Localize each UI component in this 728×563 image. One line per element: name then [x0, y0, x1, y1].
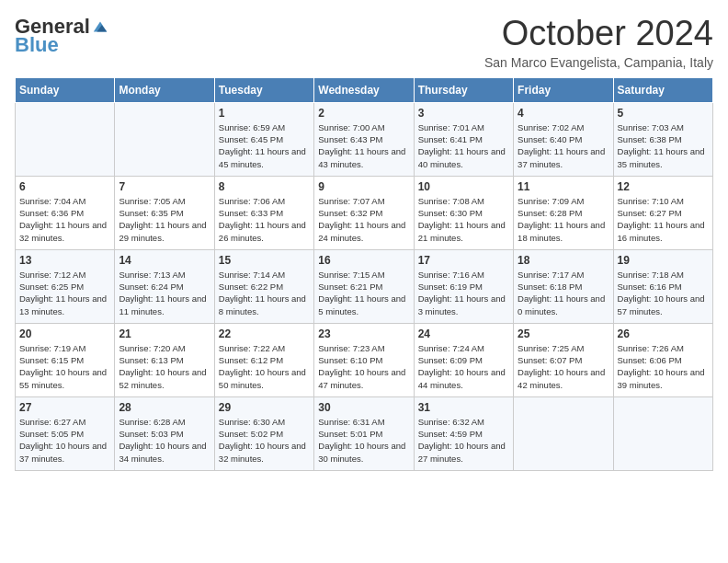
- calendar-cell: 13 Sunrise: 7:12 AMSunset: 6:25 PMDaylig…: [16, 249, 115, 323]
- logo-blue: Blue: [15, 33, 59, 57]
- day-number: 22: [219, 327, 310, 340]
- day-number: 18: [518, 254, 609, 267]
- day-number: 17: [418, 254, 509, 267]
- calendar-cell: 30 Sunrise: 6:31 AMSunset: 5:01 PMDaylig…: [314, 396, 414, 470]
- day-number: 3: [418, 107, 509, 120]
- day-number: 7: [119, 180, 210, 193]
- calendar-cell: 24 Sunrise: 7:24 AMSunset: 6:09 PMDaylig…: [414, 323, 513, 396]
- calendar-cell: 28 Sunrise: 6:28 AMSunset: 5:03 PMDaylig…: [115, 396, 214, 470]
- day-number: 15: [219, 254, 310, 267]
- day-number: 1: [219, 107, 310, 120]
- calendar-cell: 5 Sunrise: 7:03 AMSunset: 6:38 PMDayligh…: [613, 102, 712, 176]
- calendar-cell: 2 Sunrise: 7:00 AMSunset: 6:43 PMDayligh…: [314, 102, 414, 176]
- day-number: 5: [618, 107, 709, 120]
- calendar-cell: 7 Sunrise: 7:05 AMSunset: 6:35 PMDayligh…: [115, 176, 214, 249]
- calendar-cell: 10 Sunrise: 7:08 AMSunset: 6:30 PMDaylig…: [414, 176, 513, 249]
- calendar-cell: 9 Sunrise: 7:07 AMSunset: 6:32 PMDayligh…: [314, 176, 414, 249]
- calendar-cell: 20 Sunrise: 7:19 AMSunset: 6:15 PMDaylig…: [16, 323, 115, 396]
- day-number: 29: [219, 401, 310, 414]
- day-number: 26: [618, 327, 709, 340]
- day-number: 12: [618, 180, 709, 193]
- calendar-cell: 1 Sunrise: 6:59 AMSunset: 6:45 PMDayligh…: [214, 102, 313, 176]
- calendar-cell: [514, 396, 613, 470]
- day-number: 2: [318, 107, 409, 120]
- day-info: Sunrise: 7:12 AMSunset: 6:25 PMDaylight:…: [19, 269, 110, 317]
- day-number: 23: [318, 327, 409, 340]
- day-number: 16: [318, 254, 409, 267]
- calendar-header-row: SundayMondayTuesdayWednesdayThursdayFrid…: [16, 77, 713, 102]
- day-number: 20: [19, 327, 110, 340]
- calendar-table: SundayMondayTuesdayWednesdayThursdayFrid…: [15, 77, 713, 471]
- calendar-cell: 19 Sunrise: 7:18 AMSunset: 6:16 PMDaylig…: [613, 249, 712, 323]
- calendar-week-row: 20 Sunrise: 7:19 AMSunset: 6:15 PMDaylig…: [16, 323, 713, 396]
- logo-icon: [92, 18, 108, 35]
- logo: General Blue: [15, 15, 108, 57]
- day-info: Sunrise: 6:59 AMSunset: 6:45 PMDaylight:…: [219, 121, 310, 170]
- column-header-thursday: Thursday: [414, 77, 513, 102]
- day-info: Sunrise: 6:32 AMSunset: 4:59 PMDaylight:…: [418, 416, 509, 465]
- calendar-cell: 31 Sunrise: 6:32 AMSunset: 4:59 PMDaylig…: [414, 396, 513, 470]
- column-header-saturday: Saturday: [613, 77, 712, 102]
- day-info: Sunrise: 7:03 AMSunset: 6:38 PMDaylight:…: [618, 121, 709, 170]
- day-info: Sunrise: 7:04 AMSunset: 6:36 PMDaylight:…: [19, 195, 110, 244]
- day-info: Sunrise: 7:17 AMSunset: 6:18 PMDaylight:…: [518, 269, 609, 317]
- day-info: Sunrise: 7:15 AMSunset: 6:21 PMDaylight:…: [318, 269, 409, 317]
- day-number: 30: [318, 401, 409, 414]
- calendar-cell: 17 Sunrise: 7:16 AMSunset: 6:19 PMDaylig…: [414, 249, 513, 323]
- day-info: Sunrise: 7:20 AMSunset: 6:13 PMDaylight:…: [119, 342, 210, 391]
- day-info: Sunrise: 6:31 AMSunset: 5:01 PMDaylight:…: [318, 416, 409, 465]
- day-number: 14: [119, 254, 210, 267]
- column-header-tuesday: Tuesday: [214, 77, 313, 102]
- calendar-cell: 26 Sunrise: 7:26 AMSunset: 6:06 PMDaylig…: [613, 323, 712, 396]
- column-header-sunday: Sunday: [16, 77, 115, 102]
- calendar-cell: 29 Sunrise: 6:30 AMSunset: 5:02 PMDaylig…: [214, 396, 313, 470]
- day-info: Sunrise: 7:07 AMSunset: 6:32 PMDaylight:…: [318, 195, 409, 244]
- day-info: Sunrise: 6:27 AMSunset: 5:05 PMDaylight:…: [19, 416, 110, 465]
- day-info: Sunrise: 7:00 AMSunset: 6:43 PMDaylight:…: [318, 121, 409, 170]
- day-info: Sunrise: 7:25 AMSunset: 6:07 PMDaylight:…: [518, 342, 609, 391]
- calendar-cell: 21 Sunrise: 7:20 AMSunset: 6:13 PMDaylig…: [115, 323, 214, 396]
- calendar-cell: 6 Sunrise: 7:04 AMSunset: 6:36 PMDayligh…: [16, 176, 115, 249]
- calendar-cell: 4 Sunrise: 7:02 AMSunset: 6:40 PMDayligh…: [514, 102, 613, 176]
- calendar-cell: 14 Sunrise: 7:13 AMSunset: 6:24 PMDaylig…: [115, 249, 214, 323]
- day-info: Sunrise: 7:13 AMSunset: 6:24 PMDaylight:…: [119, 269, 210, 317]
- day-info: Sunrise: 7:16 AMSunset: 6:19 PMDaylight:…: [418, 269, 509, 317]
- day-info: Sunrise: 7:05 AMSunset: 6:35 PMDaylight:…: [119, 195, 210, 244]
- calendar-cell: [115, 102, 214, 176]
- day-info: Sunrise: 7:18 AMSunset: 6:16 PMDaylight:…: [618, 269, 709, 317]
- day-number: 8: [219, 180, 310, 193]
- calendar-week-row: 6 Sunrise: 7:04 AMSunset: 6:36 PMDayligh…: [16, 176, 713, 249]
- column-header-friday: Friday: [514, 77, 613, 102]
- day-info: Sunrise: 7:10 AMSunset: 6:27 PMDaylight:…: [618, 195, 709, 244]
- day-number: 21: [119, 327, 210, 340]
- day-info: Sunrise: 7:09 AMSunset: 6:28 PMDaylight:…: [518, 195, 609, 244]
- calendar-week-row: 1 Sunrise: 6:59 AMSunset: 6:45 PMDayligh…: [16, 102, 713, 176]
- day-info: Sunrise: 7:23 AMSunset: 6:10 PMDaylight:…: [318, 342, 409, 391]
- calendar-cell: [613, 396, 712, 470]
- calendar-cell: [16, 102, 115, 176]
- day-number: 11: [518, 180, 609, 193]
- day-info: Sunrise: 7:08 AMSunset: 6:30 PMDaylight:…: [418, 195, 509, 244]
- day-number: 13: [19, 254, 110, 267]
- day-number: 24: [418, 327, 509, 340]
- calendar-cell: 3 Sunrise: 7:01 AMSunset: 6:41 PMDayligh…: [414, 102, 513, 176]
- calendar-week-row: 13 Sunrise: 7:12 AMSunset: 6:25 PMDaylig…: [16, 249, 713, 323]
- calendar-cell: 12 Sunrise: 7:10 AMSunset: 6:27 PMDaylig…: [613, 176, 712, 249]
- day-info: Sunrise: 7:19 AMSunset: 6:15 PMDaylight:…: [19, 342, 110, 391]
- column-header-wednesday: Wednesday: [314, 77, 414, 102]
- location: San Marco Evangelista, Campania, Italy: [484, 55, 713, 70]
- day-number: 19: [618, 254, 709, 267]
- calendar-cell: 15 Sunrise: 7:14 AMSunset: 6:22 PMDaylig…: [214, 249, 313, 323]
- calendar-cell: 18 Sunrise: 7:17 AMSunset: 6:18 PMDaylig…: [514, 249, 613, 323]
- day-number: 28: [119, 401, 210, 414]
- calendar-cell: 23 Sunrise: 7:23 AMSunset: 6:10 PMDaylig…: [314, 323, 414, 396]
- calendar-cell: 22 Sunrise: 7:22 AMSunset: 6:12 PMDaylig…: [214, 323, 313, 396]
- day-number: 9: [318, 180, 409, 193]
- calendar-cell: 8 Sunrise: 7:06 AMSunset: 6:33 PMDayligh…: [214, 176, 313, 249]
- calendar-cell: 25 Sunrise: 7:25 AMSunset: 6:07 PMDaylig…: [514, 323, 613, 396]
- day-info: Sunrise: 6:30 AMSunset: 5:02 PMDaylight:…: [219, 416, 310, 465]
- calendar-cell: 16 Sunrise: 7:15 AMSunset: 6:21 PMDaylig…: [314, 249, 414, 323]
- day-info: Sunrise: 7:01 AMSunset: 6:41 PMDaylight:…: [418, 121, 509, 170]
- column-header-monday: Monday: [115, 77, 214, 102]
- month-title: October 2024: [484, 15, 713, 53]
